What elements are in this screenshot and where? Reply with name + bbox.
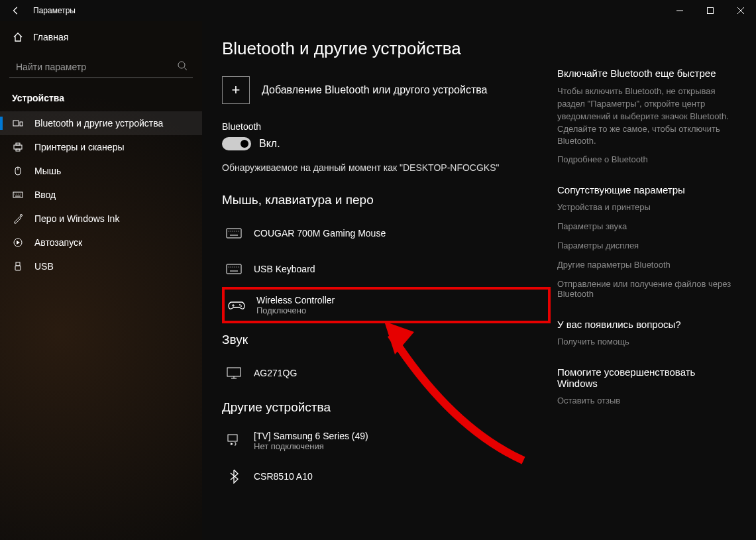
sidebar-item-label: USB bbox=[34, 261, 54, 272]
svg-line-5 bbox=[184, 68, 187, 70]
sidebar-item-bluetooth[interactable]: Bluetooth и другие устройства bbox=[0, 111, 202, 135]
side-related-title: Сопутствующие параметры bbox=[557, 184, 736, 195]
device-status: Нет подключения bbox=[254, 441, 368, 451]
discoverable-text: Обнаруживаемое на данный момент как "DES… bbox=[222, 162, 551, 173]
keyboard-icon bbox=[225, 228, 243, 239]
device-item-highlighted[interactable]: Wireless Controller Подключено bbox=[222, 287, 551, 323]
side-link-feedback[interactable]: Оставить отзыв bbox=[557, 396, 736, 405]
window-title: Параметры bbox=[33, 6, 76, 15]
device-name: COUGAR 700M Gaming Mouse bbox=[254, 228, 386, 239]
svg-rect-21 bbox=[16, 262, 20, 266]
svg-point-4 bbox=[178, 62, 185, 68]
svg-rect-23 bbox=[227, 229, 241, 238]
device-status: Подключено bbox=[256, 305, 335, 315]
svg-rect-13 bbox=[13, 192, 23, 197]
sidebar-item-mouse[interactable]: Мышь bbox=[0, 159, 202, 183]
section-input-title: Мышь, клавиатура и перо bbox=[222, 193, 551, 207]
autoplay-icon bbox=[12, 237, 24, 248]
gamepad-icon bbox=[227, 299, 246, 311]
home-label: Главная bbox=[33, 32, 68, 42]
main-content: Bluetooth и другие устройства + Добавлен… bbox=[222, 38, 551, 540]
pen-icon bbox=[12, 213, 24, 224]
bluetooth-devices-icon bbox=[12, 118, 24, 129]
svg-rect-31 bbox=[227, 264, 241, 274]
usb-icon bbox=[12, 261, 24, 272]
side-link-help[interactable]: Получить помощь bbox=[557, 337, 736, 347]
sidebar-item-pen[interactable]: Перо и Windows Ink bbox=[0, 207, 202, 231]
media-icon bbox=[225, 433, 243, 448]
add-device-label: Добавление Bluetooth или другого устройс… bbox=[262, 84, 488, 96]
svg-rect-22 bbox=[15, 266, 21, 270]
section-other-title: Другие устройства bbox=[222, 400, 551, 415]
toggle-state-label: Вкл. bbox=[259, 138, 280, 150]
close-button[interactable] bbox=[726, 0, 756, 21]
sidebar-item-label: Автозапуск bbox=[34, 237, 82, 248]
mouse-icon bbox=[12, 166, 24, 176]
sidebar-item-label: Принтеры и сканеры bbox=[34, 142, 124, 152]
svg-rect-43 bbox=[227, 368, 241, 376]
add-device-button[interactable]: + bbox=[222, 76, 250, 104]
side-quick-text: Чтобы включить Bluetooth, не открывая ра… bbox=[557, 85, 736, 148]
device-name: Wireless Controller bbox=[256, 295, 335, 305]
sidebar-item-label: Мышь bbox=[34, 166, 61, 176]
add-device-row[interactable]: + Добавление Bluetooth или другого устро… bbox=[222, 76, 551, 104]
minimize-button[interactable] bbox=[665, 0, 695, 21]
svg-rect-46 bbox=[228, 435, 237, 441]
device-item[interactable]: USB Keyboard bbox=[222, 251, 551, 287]
side-panel: Включайте Bluetooth еще быстрее Чтобы вк… bbox=[551, 38, 736, 540]
svg-rect-10 bbox=[16, 149, 20, 151]
sidebar-item-typing[interactable]: Ввод bbox=[0, 183, 202, 207]
svg-rect-8 bbox=[14, 145, 22, 149]
device-item[interactable]: AG271QG bbox=[222, 355, 551, 391]
sidebar-item-label: Перо и Windows Ink bbox=[34, 213, 119, 224]
side-link-devices-printers[interactable]: Устройства и принтеры bbox=[557, 202, 736, 212]
sidebar-item-label: Bluetooth и другие устройства bbox=[34, 118, 163, 129]
monitor-icon bbox=[225, 366, 243, 380]
device-item[interactable]: CSR8510 A10 bbox=[222, 459, 551, 494]
keyboard-icon bbox=[225, 264, 243, 274]
sidebar-item-autoplay[interactable]: Автозапуск bbox=[0, 231, 202, 254]
sidebar: Главная Устройства Bluetooth и другие ус… bbox=[0, 21, 202, 540]
section-audio-title: Звук bbox=[222, 333, 551, 347]
sidebar-item-label: Ввод bbox=[34, 189, 56, 200]
page-heading: Bluetooth и другие устройства bbox=[222, 38, 551, 59]
home-link[interactable]: Главная bbox=[0, 27, 202, 48]
side-questions-title: У вас появились вопросы? bbox=[557, 319, 736, 330]
device-name: AG271QG bbox=[254, 368, 297, 378]
search-input[interactable] bbox=[9, 56, 193, 78]
device-name: [TV] Samsung 6 Series (49) bbox=[254, 431, 368, 441]
side-link-more-bt[interactable]: Другие параметры Bluetooth bbox=[557, 260, 736, 270]
plus-icon: + bbox=[232, 81, 241, 99]
home-icon bbox=[12, 32, 24, 42]
side-improve-title: Помогите усовершенствовать Windows bbox=[557, 366, 736, 389]
bluetooth-label: Bluetooth bbox=[222, 121, 551, 132]
maximize-button[interactable] bbox=[695, 0, 726, 21]
device-name: USB Keyboard bbox=[254, 264, 315, 274]
sidebar-item-printers[interactable]: Принтеры и сканеры bbox=[0, 135, 202, 159]
svg-rect-6 bbox=[13, 121, 19, 126]
sidebar-item-usb[interactable]: USB bbox=[0, 254, 202, 278]
side-quick-title: Включайте Bluetooth еще быстрее bbox=[557, 68, 736, 79]
svg-point-40 bbox=[241, 305, 242, 307]
printer-icon bbox=[12, 142, 24, 152]
device-item[interactable]: COUGAR 700M Gaming Mouse bbox=[222, 215, 551, 251]
side-link-send-receive[interactable]: Отправление или получение файлов через B… bbox=[557, 279, 736, 299]
side-link-sound[interactable]: Параметры звука bbox=[557, 221, 736, 231]
svg-rect-7 bbox=[20, 122, 23, 126]
svg-point-19 bbox=[21, 215, 23, 217]
bluetooth-icon bbox=[225, 469, 243, 484]
search-icon bbox=[177, 60, 188, 71]
svg-rect-9 bbox=[16, 143, 20, 145]
side-link-display[interactable]: Параметры дисплея bbox=[557, 241, 736, 250]
svg-point-39 bbox=[239, 304, 241, 305]
keyboard-icon bbox=[12, 189, 24, 200]
device-item[interactable]: [TV] Samsung 6 Series (49) Нет подключен… bbox=[222, 423, 551, 459]
device-name: CSR8510 A10 bbox=[254, 471, 313, 482]
side-quick-link[interactable]: Подробнее о Bluetooth bbox=[557, 154, 736, 164]
category-title: Устройства bbox=[0, 90, 202, 111]
bluetooth-toggle[interactable]: Вкл. bbox=[222, 137, 551, 150]
back-button[interactable] bbox=[8, 3, 24, 19]
svg-rect-1 bbox=[708, 8, 714, 14]
